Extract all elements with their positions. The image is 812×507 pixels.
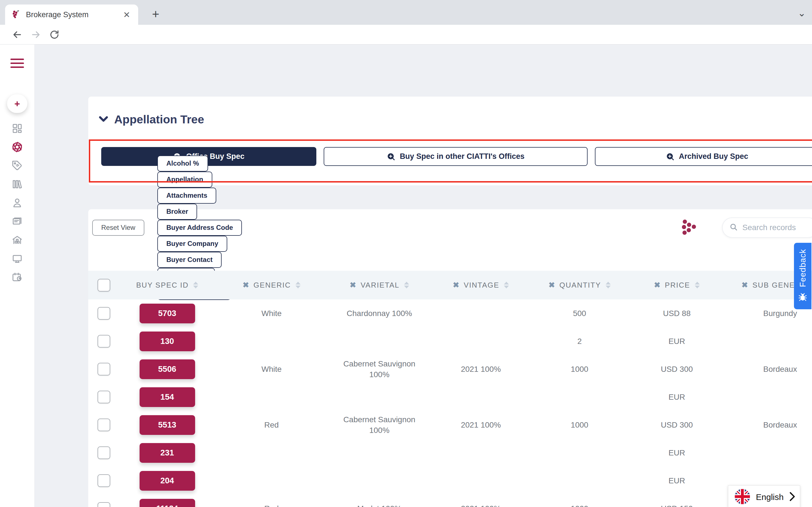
remove-column-icon[interactable]: ✖ bbox=[548, 281, 555, 290]
monitor-icon[interactable] bbox=[8, 249, 27, 268]
column-label: GENERIC bbox=[253, 281, 291, 290]
buy-spec-id-button[interactable]: 11124 bbox=[140, 499, 195, 507]
filter-chip[interactable]: Buyer Contact bbox=[157, 252, 221, 268]
column-label: VINTAGE bbox=[464, 281, 499, 290]
buy-spec-id-button[interactable]: 231 bbox=[140, 443, 195, 463]
filter-chip[interactable]: Buyer Address Code bbox=[157, 220, 242, 236]
price-cell: EUR bbox=[628, 392, 725, 402]
sort-icon[interactable] bbox=[193, 282, 198, 288]
calendar-clock-icon[interactable] bbox=[8, 268, 27, 286]
sort-icon[interactable] bbox=[504, 282, 509, 288]
buy-spec-id-button[interactable]: 5703 bbox=[140, 304, 195, 323]
feedback-tab[interactable]: Feedback bbox=[794, 243, 811, 309]
reload-button[interactable] bbox=[47, 27, 61, 42]
column-header[interactable]: ✖ GENERIC bbox=[215, 281, 328, 290]
price-cell: USD 88 bbox=[628, 308, 725, 319]
filter-chip[interactable]: Appellation bbox=[157, 172, 212, 187]
column-label: VARIETAL bbox=[361, 281, 400, 290]
sort-icon[interactable] bbox=[404, 282, 409, 288]
search-box[interactable] bbox=[722, 217, 812, 238]
user-icon[interactable] bbox=[8, 193, 27, 212]
section-title: Appellation Tree bbox=[114, 113, 204, 126]
row-checkbox[interactable] bbox=[98, 446, 110, 459]
row-checkbox[interactable] bbox=[98, 418, 110, 431]
reset-view-button[interactable]: Reset View bbox=[92, 220, 144, 236]
sort-icon[interactable] bbox=[606, 282, 611, 288]
select-all-checkbox[interactable] bbox=[98, 279, 110, 291]
buy-spec-id-button[interactable]: 5506 bbox=[140, 359, 195, 379]
browser-tab-strip: Brokerage System ✕ + ⌄ bbox=[0, 0, 812, 25]
row-checkbox[interactable] bbox=[98, 474, 110, 487]
main-content: Appellation Tree Office Buy Spec Buy Spe… bbox=[35, 45, 812, 507]
buy-spec-id-cell: 231 bbox=[119, 443, 215, 463]
row-checkbox[interactable] bbox=[98, 391, 110, 403]
grape-dots-menu-icon[interactable] bbox=[681, 218, 697, 237]
back-button[interactable] bbox=[10, 27, 24, 42]
filter-chip[interactable]: Broker bbox=[157, 204, 197, 220]
browser-tab[interactable]: Brokerage System ✕ bbox=[5, 4, 138, 25]
library-books-icon[interactable] bbox=[8, 175, 27, 193]
add-fab-button[interactable]: + bbox=[7, 94, 28, 113]
filter-chip[interactable]: Alcohol % bbox=[157, 156, 208, 172]
documents-icon[interactable] bbox=[8, 212, 27, 231]
tag-icon[interactable] bbox=[8, 156, 27, 175]
tab-title: Brokerage System bbox=[26, 10, 121, 19]
column-header[interactable]: BUY SPEC ID bbox=[119, 281, 215, 290]
remove-column-icon[interactable]: ✖ bbox=[243, 281, 250, 290]
varietal-cell: Cabernet Sauvignon 100% bbox=[328, 358, 431, 380]
filter-chip[interactable]: Attachments bbox=[157, 187, 216, 204]
search-input[interactable] bbox=[742, 223, 807, 232]
row-select-cell bbox=[88, 474, 119, 487]
row-checkbox[interactable] bbox=[98, 335, 110, 348]
bug-icon bbox=[798, 292, 808, 303]
other-offices-buy-spec-button[interactable]: Buy Spec in other CIATTI's Offices bbox=[324, 147, 588, 166]
tab-close-icon[interactable]: ✕ bbox=[121, 10, 133, 20]
column-header[interactable]: ✖ QUANTITY bbox=[531, 281, 628, 290]
price-cell: USD 300 bbox=[628, 364, 725, 375]
row-checkbox[interactable] bbox=[98, 363, 110, 376]
remove-column-icon[interactable]: ✖ bbox=[453, 281, 460, 290]
uk-flag-icon bbox=[734, 489, 750, 506]
collapse-chevron-icon[interactable] bbox=[99, 116, 108, 124]
vintage-cell: 2021 100% bbox=[431, 503, 531, 507]
filter-chip[interactable]: Buyer Company bbox=[157, 236, 227, 252]
dashboard-icon[interactable] bbox=[8, 119, 27, 138]
sort-icon[interactable] bbox=[695, 282, 700, 288]
remove-column-icon[interactable]: ✖ bbox=[350, 281, 357, 290]
column-label: BUY SPEC ID bbox=[136, 281, 189, 290]
screen: Brokerage System ✕ + ⌄ test-brokerage-sy… bbox=[0, 0, 812, 507]
table-header: BUY SPEC ID ✖ GENERIC ✖ VARIETAL ✖ VINTA… bbox=[88, 271, 812, 299]
tab-list-chevron-icon[interactable]: ⌄ bbox=[798, 7, 806, 18]
remove-column-icon[interactable]: ✖ bbox=[742, 281, 749, 290]
sub-generic-cell: Bordeaux bbox=[725, 364, 812, 375]
column-header[interactable]: ✖ PRICE bbox=[628, 281, 725, 290]
buy-spec-id-button[interactable]: 154 bbox=[140, 387, 195, 407]
menu-hamburger-icon[interactable] bbox=[10, 59, 24, 68]
sort-icon[interactable] bbox=[296, 282, 301, 288]
column-header[interactable]: ✖ VARIETAL bbox=[328, 281, 431, 290]
filter-row: Reset View Alcohol %AppellationAttachmen… bbox=[92, 216, 812, 239]
forward-button[interactable] bbox=[29, 27, 43, 42]
remove-column-icon[interactable]: ✖ bbox=[654, 281, 661, 290]
buy-spec-id-cell: 5513 bbox=[119, 415, 215, 435]
new-tab-button[interactable]: + bbox=[148, 6, 163, 22]
archived-buy-spec-button[interactable]: Archived Buy Spec bbox=[595, 147, 812, 166]
browser-toolbar: test-brokerage-system.web.app/aperture/b… bbox=[0, 25, 812, 45]
row-select-cell bbox=[88, 418, 119, 431]
row-checkbox[interactable] bbox=[98, 502, 110, 507]
column-header[interactable]: ✖ VINTAGE bbox=[431, 281, 531, 290]
filter-chip-label: Alcohol % bbox=[166, 159, 199, 167]
row-select-cell bbox=[88, 307, 119, 320]
warehouse-icon[interactable] bbox=[8, 231, 27, 249]
row-select-cell bbox=[88, 391, 119, 403]
filter-chip-label: Attachments bbox=[166, 191, 207, 200]
column-label: PRICE bbox=[665, 281, 690, 290]
row-checkbox[interactable] bbox=[98, 307, 110, 320]
aperture-icon[interactable] bbox=[8, 138, 27, 156]
vintage-cell: 2021 100% bbox=[431, 420, 531, 431]
buy-spec-id-button[interactable]: 204 bbox=[140, 471, 195, 491]
buy-spec-id-button[interactable]: 130 bbox=[140, 332, 195, 351]
language-selector[interactable]: English bbox=[728, 485, 800, 507]
buy-spec-id-button[interactable]: 5513 bbox=[140, 415, 195, 435]
table-row: 130 2 EUR bbox=[88, 327, 812, 355]
